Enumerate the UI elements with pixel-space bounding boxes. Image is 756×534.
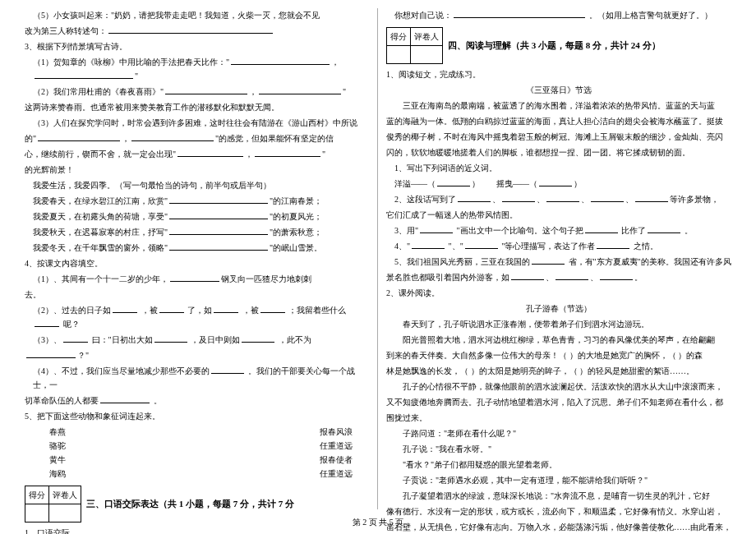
kz-p4: 林是她飘逸的长发，（ ）的太阳是她明亮的眸子，（ ）的轻风是她甜蜜的絮语……。: [386, 364, 731, 378]
love-summer: 我爱夏天，在初露头角的荷塘，享受""的初夏风光；: [25, 209, 369, 223]
match-row-2: 黄牛报春使者: [25, 453, 369, 467]
love-intro: 我爱生活，我爱四季。（写一句最恰当的诗句，前半句或后半句）: [25, 178, 369, 192]
sanya-title: 《三亚落日》节选: [386, 83, 731, 97]
sanya-q2c: 它们汇成了一幅迷人的热带风情图。: [386, 208, 731, 222]
r-q1: 1、阅读短文，完成练习。: [386, 67, 731, 81]
sanya-p4: 闪的，软软地暖暖地搓着人们的脚板，谁都想捏一捏、团一团。将它揉成韧韧的面。: [386, 145, 731, 159]
sanya-words: 洋溢——（） 摇曳——（）: [386, 177, 731, 191]
q4-4c: 切革命队伍的人都要 。: [25, 394, 369, 407]
sanya-q4: 4、" "、" "等心理描写，表达了作者 之情。: [386, 239, 731, 253]
q3-1: （1）贺知章的《咏柳》中用比喻的手法把春天比作："， ": [25, 55, 369, 83]
kz-p7: 围拢过来。: [386, 411, 731, 425]
kz-p1: 春天到了，孔子听说泗水正涨春潮，便带着弟子们到泗水河边游玩。: [386, 317, 731, 331]
reviewer-label-2: 评卷人: [411, 28, 443, 46]
q3-2a: （2）我们常用杜甫的《春夜喜雨》"，": [25, 85, 369, 99]
love-winter: 我爱冬天，在千年飘雪的窗外，领略""的岷山雪景。: [25, 241, 369, 255]
sanya-q1: 1、写出下列词语的近义词。: [386, 161, 731, 175]
q2-5-line2: 改为第三人称转述句：: [25, 24, 369, 38]
right-column: 你想对自己说： 。（如用上格言警句就更好了。） 得分评卷人 四、阅读与理解（共 …: [378, 8, 740, 509]
score-box-4: 得分评卷人 四、阅读与理解（共 3 小题，每题 8 分，共计 24 分）: [386, 27, 731, 64]
kz-p3: 到来的春天伴奏。大自然多像一位伟大的母亲！（ ）的大地是她宽广的胸怀，（ ）的森: [386, 348, 731, 362]
match-row-3: 海鸥任重道远: [25, 467, 369, 481]
r-top: 你想对自己说： 。（如用上格言警句就更好了。）: [386, 8, 731, 22]
sanya-q5a: 5、我们祖国风光秀丽，三亚在我国的 省，有"东方夏威夷"的美称。我国还有许多风: [386, 255, 731, 269]
kz-p5: 孔子的心情很不平静，就像他眼前的泗水波澜起伏。活泼欢快的泗水从大山中滚滚而来，: [386, 380, 731, 394]
q4-2: （2）、过去的日子如 ，被 了，如 ，被 ；我留着些什么 呢？: [25, 303, 369, 331]
sanya-q3: 3、用" "画出文中一个比喻句。这个句子把 比作了 。: [386, 223, 731, 237]
left-column: （5）小女孩叫起来："奶奶，请把我带走走吧！我知道，火柴一灭，您就会不见 改为第…: [16, 8, 378, 509]
r-q2: 2、课外阅读。: [386, 286, 731, 300]
section-4-title: 四、阅读与理解（共 3 小题，每题 8 分，共计 24 分）: [448, 38, 661, 53]
match-row-1: 骆驼任重道远: [25, 439, 369, 453]
sanya-q2: 2、这段话写到了、、、、等许多景物，: [386, 192, 731, 206]
reviewer-label: 评卷人: [49, 486, 81, 504]
match-row-0: 春燕报春风浪: [25, 425, 369, 439]
q3-3f: 的光辉前景！: [25, 163, 369, 177]
kz-l2: 孔子说："我在看水呀。": [386, 442, 731, 456]
sanya-p3: 俊秀的椰子树，不时在海风中摇曳着碧玉般的树冠。海滩上玉屑银末般的细沙，金灿灿、亮…: [386, 130, 731, 144]
q3-3d: 心，继续前行，锲而不舍，就一定会出现"，": [25, 147, 369, 161]
section-3-title: 三、口语交际表达（共 1 小题，每题 7 分，共计 7 分: [86, 496, 294, 512]
kz-p8: 孔子凝望着泗水的绿波，意味深长地说："水奔流不息，是哺育一切生灵的乳汁，它好: [386, 489, 731, 503]
score-label: 得分: [25, 486, 49, 504]
kz-l4: 子贡说："老师遇水必观，其中一定有道理，能不能讲给我们听听？": [386, 473, 731, 487]
q5-head: 5、把下面这些动物和象征词连起来。: [25, 409, 369, 423]
kz-p6: 又不知疲倦地奔腾而去。孔子动情地望着泗水河，陷入了沉思。弟子们不知老师在看什么，…: [386, 395, 731, 409]
kz-p2: 阳光普照着大地，泗水河边桃红柳绿，草色青青，习习的春风像优美的琴声，在给翩翩: [386, 333, 731, 347]
sanya-p1: 三亚在海南岛的最南端，被蓝透了的海水围着，洋溢着浓浓的热带风情。蓝蓝的天与蓝: [386, 99, 731, 113]
q3-head: 3、根据下列情景填写古诗。: [25, 39, 369, 53]
q4-head: 4、按课文内容填空。: [25, 256, 369, 270]
q3-2c: 这两诗来赞春雨。也通常被用来赞美教育工作的潜移默化和默默无闻。: [25, 100, 369, 114]
kz-l3: "看水？"弟子们都用疑惑的眼光望着老师。: [386, 458, 731, 472]
kongzi-title: 孔子游春（节选）: [386, 302, 731, 315]
score-label-2: 得分: [387, 28, 411, 46]
q4-1c: 去。: [25, 288, 369, 302]
q4-1: （1）、其间有一个十一二岁的少年，钢叉向一匹猹尽力地刺刺: [25, 272, 369, 286]
q2-5-line1: （5）小女孩叫起来："奶奶，请把我带走走吧！我知道，火柴一灭，您就会不见: [25, 8, 369, 22]
sanya-q5c: 景名胜也都吸引着国内外游客，如、、。: [386, 270, 731, 284]
sanya-p2: 蓝的海融为一体。低翔的白鸥掠过蓝蓝的海面，真让人担心洁白的翅尖会被海水蘸蓝了。挺…: [386, 114, 731, 128]
kz-l1: 子路问道："老师在看什么呢？": [386, 426, 731, 440]
q4-3: （3）、 曰："日初出大如 ，及日中则如 ，此不为: [25, 333, 369, 347]
q4-4a: （4）、不过，我们应当尽量地减少那些不必要的 。我们的干部要关心每一个战士，一: [25, 364, 369, 392]
love-spring: 我爱春天，在绿水碧江的江南，欣赏""的江南春景；: [25, 194, 369, 208]
page-footer: 第 2 页 共 5 页: [0, 515, 756, 529]
love-autumn: 我爱秋天，在迟暮寂寒的村庄，抒写""的萧索秋意；: [25, 225, 369, 239]
q3-3b: 的"，"的感觉，但如果能怀有坚定的信: [25, 131, 369, 145]
q3-3a: （3）人们在探究学问时，时常会遇到许多困难，这时往往会有陆游在《游山西村》中所说: [25, 116, 369, 130]
q4-3e: ？": [25, 348, 369, 362]
